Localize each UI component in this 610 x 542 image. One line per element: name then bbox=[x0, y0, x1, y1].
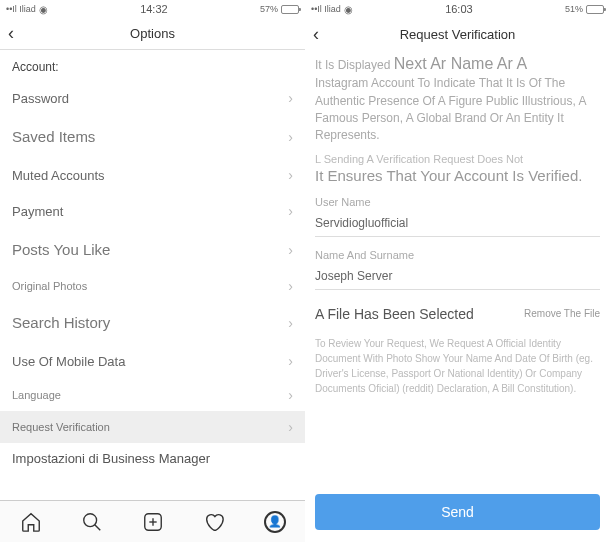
status-bar: ••Il Iliad ◉ 14:32 57% bbox=[0, 0, 305, 18]
battery-percent: 57% bbox=[260, 4, 278, 14]
username-field: User Name Servidiogluofficial bbox=[315, 196, 600, 237]
option-payment[interactable]: Payment › bbox=[0, 193, 305, 229]
option-label: Search History bbox=[12, 314, 110, 331]
file-row: A File Has Been Selected Remove The File bbox=[315, 306, 600, 330]
file-selected-label: A File Has Been Selected bbox=[315, 306, 474, 322]
option-label: Request Verification bbox=[12, 421, 110, 433]
battery-icon bbox=[586, 5, 604, 14]
option-label: Muted Accounts bbox=[12, 168, 105, 183]
svg-point-0 bbox=[83, 513, 96, 526]
page-title: Options bbox=[130, 26, 175, 41]
add-post-icon[interactable] bbox=[142, 511, 164, 533]
option-label: Use Of Mobile Data bbox=[12, 354, 125, 369]
intro-text: It Is Displayed Next Ar Name Ar A Instag… bbox=[315, 52, 600, 145]
chevron-right-icon: › bbox=[288, 387, 293, 403]
search-icon[interactable] bbox=[81, 511, 103, 533]
option-password[interactable]: Password › bbox=[0, 80, 305, 116]
status-time: 16:03 bbox=[445, 3, 473, 15]
chevron-right-icon: › bbox=[288, 90, 293, 106]
option-language[interactable]: Language › bbox=[0, 379, 305, 411]
option-label: Posts You Like bbox=[12, 241, 110, 258]
option-search-history[interactable]: Search History › bbox=[0, 302, 305, 343]
remove-file-button[interactable]: Remove The File bbox=[524, 308, 600, 319]
nav-header: ‹ Options bbox=[0, 18, 305, 50]
username-input[interactable]: Servidiogluofficial bbox=[315, 212, 600, 237]
option-truncated[interactable]: Impostazioni di Business Manager bbox=[0, 443, 305, 468]
fullname-field: Name And Surname Joseph Server bbox=[315, 249, 600, 290]
option-label: Original Photos bbox=[12, 280, 87, 292]
review-instructions: To Review Your Request, We Request A Off… bbox=[315, 336, 600, 396]
chevron-right-icon: › bbox=[288, 353, 293, 369]
options-list: Account: Password › Saved Items › Muted … bbox=[0, 50, 305, 500]
status-bar: ••Il Iliad ◉ 16:03 51% bbox=[305, 0, 610, 18]
field-label: Name And Surname bbox=[315, 249, 600, 261]
status-time: 14:32 bbox=[140, 3, 168, 15]
tab-bar: 👤 bbox=[0, 500, 305, 542]
chevron-right-icon: › bbox=[288, 315, 293, 331]
wifi-icon: ◉ bbox=[39, 4, 48, 15]
option-label: Password bbox=[12, 91, 69, 106]
profile-icon[interactable]: 👤 bbox=[264, 511, 286, 533]
chevron-right-icon: › bbox=[288, 419, 293, 435]
back-icon[interactable]: ‹ bbox=[313, 24, 319, 45]
chevron-right-icon: › bbox=[288, 278, 293, 294]
option-label: Payment bbox=[12, 204, 63, 219]
option-request-verification[interactable]: Request Verification › bbox=[0, 411, 305, 443]
note-text-2: It Ensures That Your Account Is Verified… bbox=[315, 167, 600, 184]
svg-line-1 bbox=[94, 524, 100, 530]
chevron-right-icon: › bbox=[288, 129, 293, 145]
chevron-right-icon: › bbox=[288, 203, 293, 219]
carrier-label: ••Il Iliad bbox=[6, 4, 36, 14]
options-screen: ••Il Iliad ◉ 14:32 57% ‹ Options Account… bbox=[0, 0, 305, 542]
nav-header: ‹ Request Verification bbox=[305, 18, 610, 50]
verification-body: It Is Displayed Next Ar Name Ar A Instag… bbox=[305, 50, 610, 542]
field-label: User Name bbox=[315, 196, 600, 208]
chevron-right-icon: › bbox=[288, 242, 293, 258]
option-muted-accounts[interactable]: Muted Accounts › bbox=[0, 157, 305, 193]
option-posts-you-like[interactable]: Posts You Like › bbox=[0, 229, 305, 270]
verification-screen: ••Il Iliad ◉ 16:03 51% ‹ Request Verific… bbox=[305, 0, 610, 542]
page-title: Request Verification bbox=[400, 27, 516, 42]
section-header: Account: bbox=[0, 50, 305, 80]
option-mobile-data[interactable]: Use Of Mobile Data › bbox=[0, 343, 305, 379]
option-original-photos[interactable]: Original Photos › bbox=[0, 270, 305, 302]
battery-percent: 51% bbox=[565, 4, 583, 14]
fullname-input[interactable]: Joseph Server bbox=[315, 265, 600, 290]
option-label: Saved Items bbox=[12, 128, 95, 145]
option-label: Language bbox=[12, 389, 61, 401]
chevron-right-icon: › bbox=[288, 167, 293, 183]
heart-icon[interactable] bbox=[203, 511, 225, 533]
option-saved-items[interactable]: Saved Items › bbox=[0, 116, 305, 157]
home-icon[interactable] bbox=[20, 511, 42, 533]
back-icon[interactable]: ‹ bbox=[8, 23, 14, 44]
note-text-1: L Sending A Verification Request Does No… bbox=[315, 153, 600, 165]
battery-icon bbox=[281, 5, 299, 14]
wifi-icon: ◉ bbox=[344, 4, 353, 15]
carrier-label: ••Il Iliad bbox=[311, 4, 341, 14]
send-button[interactable]: Send bbox=[315, 494, 600, 530]
